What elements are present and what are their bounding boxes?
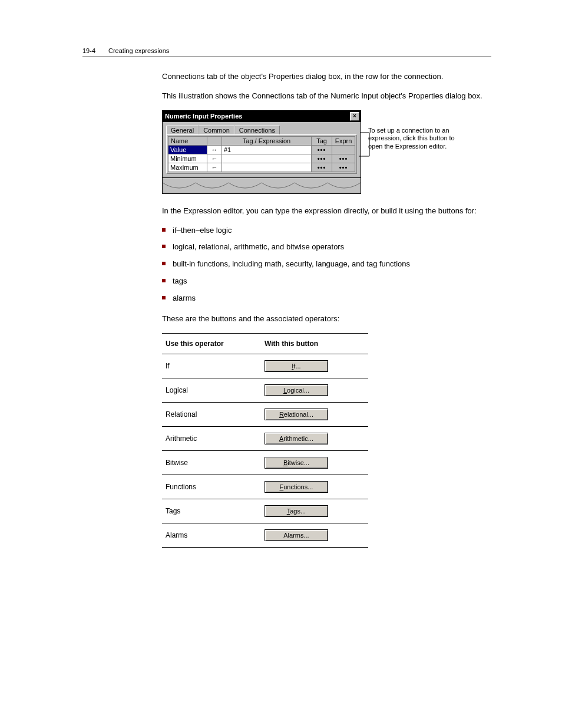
op-name: Bitwise xyxy=(162,450,261,475)
optable-header-button: With this button xyxy=(261,333,368,354)
table-row: Functions Functions... xyxy=(162,475,368,499)
tab-strip: General Common Connections xyxy=(163,122,361,134)
optable-header-operator: Use this operator xyxy=(162,333,261,354)
op-name: Alarms xyxy=(162,523,261,547)
cell-expr-min[interactable] xyxy=(222,154,312,163)
list-item: tags xyxy=(162,276,491,287)
op-name: Logical xyxy=(162,378,261,402)
bitwise-button[interactable]: Bitwise... xyxy=(265,457,328,469)
cell-name-min: Minimum xyxy=(168,154,207,163)
relational-button[interactable]: Relational... xyxy=(265,409,328,420)
col-direction xyxy=(207,136,222,145)
tag-browse-button[interactable]: ••• xyxy=(312,154,332,163)
intro-paragraph-1: Connections tab of the object's Properti… xyxy=(162,71,491,83)
functions-button[interactable]: Functions... xyxy=(265,481,328,493)
header-rule xyxy=(82,57,491,57)
expression-browse-button[interactable]: ••• xyxy=(332,163,355,172)
numeric-input-properties-dialog: Numeric Input Properties × General Commo… xyxy=(162,110,361,178)
callout-text: To set up a connection to an expression,… xyxy=(368,127,462,151)
operator-button-table: Use this operator With this button If If… xyxy=(162,333,368,548)
col-expression: Tag / Expression xyxy=(222,136,312,145)
close-icon[interactable]: × xyxy=(350,112,359,121)
tab-panel: Name Tag / Expression Tag Exprn Value #1… xyxy=(166,134,357,174)
tag-browse-button[interactable]: ••• xyxy=(312,145,332,154)
col-exprn: Exprn xyxy=(332,136,355,145)
col-tag: Tag xyxy=(312,136,332,145)
dialog-screenshot: Numeric Input Properties × General Commo… xyxy=(162,110,386,194)
connections-grid: Name Tag / Expression Tag Exprn Value #1… xyxy=(168,136,355,172)
direction-icon xyxy=(207,154,222,163)
table-row: Alarms Alarms... xyxy=(162,523,368,547)
if-button[interactable]: If... xyxy=(265,360,328,372)
list-item: if–then–else logic xyxy=(162,225,491,236)
alarms-button[interactable]: Alarms... xyxy=(265,529,328,541)
expression-browse-button[interactable]: ••• xyxy=(332,154,355,163)
torn-edge xyxy=(162,178,361,194)
op-name: Relational xyxy=(162,402,261,426)
table-intro: These are the buttons and the associated… xyxy=(162,314,491,325)
list-item: alarms xyxy=(162,293,491,304)
dialog-title: Numeric Input Properties xyxy=(165,113,350,120)
row-value: Value #1 ••• xyxy=(168,145,355,154)
table-row: Logical Logical... xyxy=(162,378,368,402)
exprn-cell-disabled xyxy=(332,145,355,154)
list-item: built-in functions, including math, secu… xyxy=(162,259,491,270)
op-name: Functions xyxy=(162,475,261,499)
table-row: If If... xyxy=(162,354,368,378)
table-row: Arithmetic Arithmetic... xyxy=(162,426,368,450)
tag-browse-button[interactable]: ••• xyxy=(312,163,332,172)
table-row: Relational Relational... xyxy=(162,402,368,426)
cell-expr-value[interactable]: #1 xyxy=(222,145,312,154)
table-row: Bitwise Bitwise... xyxy=(162,450,368,475)
cell-name-max: Maximum xyxy=(168,163,207,172)
page-header: 19-4 Creating expressions xyxy=(82,47,491,54)
table-row: Tags Tags... xyxy=(162,499,368,523)
chapter-title: Creating expressions xyxy=(108,47,169,54)
dialog-titlebar: Numeric Input Properties × xyxy=(163,111,361,122)
logical-button[interactable]: Logical... xyxy=(265,384,328,396)
tab-general[interactable]: General xyxy=(166,126,199,134)
tab-connections[interactable]: Connections xyxy=(234,126,280,134)
tags-button[interactable]: Tags... xyxy=(265,505,328,517)
bullet-list: if–then–else logic logical, relational, … xyxy=(162,225,491,304)
intro-paragraph-2: This illustration shows the Connections … xyxy=(162,91,491,102)
chapter-number: 19-4 xyxy=(82,47,100,54)
op-name: If xyxy=(162,354,261,378)
cell-expr-max[interactable] xyxy=(222,163,312,172)
tab-common[interactable]: Common xyxy=(199,126,234,134)
direction-icon xyxy=(207,145,222,154)
mid-paragraph: In the Expression editor, you can type t… xyxy=(162,206,491,217)
op-name: Tags xyxy=(162,499,261,523)
direction-icon xyxy=(207,163,222,172)
cell-name-value: Value xyxy=(168,145,207,154)
row-maximum: Maximum ••• ••• xyxy=(168,163,355,172)
list-item: logical, relational, arithmetic, and bit… xyxy=(162,242,491,253)
col-name: Name xyxy=(168,136,207,145)
row-minimum: Minimum ••• ••• xyxy=(168,154,355,163)
arithmetic-button[interactable]: Arithmetic... xyxy=(265,433,328,444)
op-name: Arithmetic xyxy=(162,426,261,450)
